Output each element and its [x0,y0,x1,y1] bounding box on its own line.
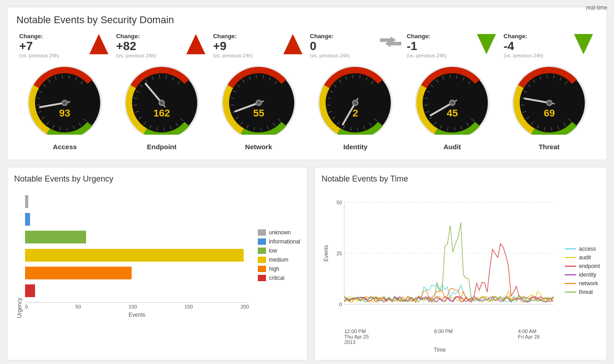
x-axis: 050100150200 [25,302,249,309]
time-x-tick-1: 12:00 PMThu Apr 252013 [344,329,369,345]
svg-text:69: 69 [543,107,554,119]
line-chart-wrap: 50 25 0 Events 12:00 PMThu Apr 252013 8:… [322,191,600,353]
realtime-badge: real-time [586,5,607,11]
svg-text:0: 0 [339,301,342,307]
svg-line-45 [159,75,160,78]
line-legend-item-network: network [565,280,600,287]
gauge-svg-endpoint: 162 [123,62,200,139]
svg-point-79 [257,101,261,105]
change-label-identity: Change: [310,33,376,40]
arrow-icon-threat [572,33,595,56]
line-legend-color-threat [565,292,576,293]
bar-fill-unknown [25,195,28,208]
line-legend-item-threat: threat [565,289,600,295]
change-info-network: Change: +9 (vs. previous 24h) [213,33,304,58]
legend-label-high: high [269,266,279,272]
svg-text:50: 50 [337,200,342,205]
bar-fill-critical [25,284,35,297]
time-x-label: Time [322,347,558,353]
gauge-svg-audit: 45 [414,62,491,139]
svg-marker-0 [89,34,108,55]
svg-point-52 [160,101,164,105]
change-value-network: +9 [213,40,279,53]
legend-color-critical [258,275,266,281]
svg-point-134 [450,101,454,105]
line-legend-label-network: network [579,280,598,287]
change-info-audit: Change: -1 (vs. previous 24h) [407,33,498,58]
change-label-threat: Change: [504,33,570,40]
change-value-identity: 0 [310,40,376,53]
page-title: Notable Events by Security Domain [16,14,598,26]
line-legend-item-access: access [565,246,600,252]
gauge-label-threat: Threat [539,143,560,151]
svg-line-115 [455,127,455,131]
legend-label-informational: informational [269,238,300,245]
svg-line-148 [521,105,525,105]
svg-line-39 [133,105,137,105]
bar-row-critical [25,283,249,298]
bar-row-low [25,230,249,244]
time-panel: Notable Events by Time 50 25 0 Events 12… [314,167,607,360]
line-chart-area: 50 25 0 Events 12:00 PMThu Apr 252013 8:… [322,191,558,353]
bar-fill-high [25,267,132,279]
change-label-access: Change: [19,33,85,40]
svg-line-6 [67,127,67,131]
line-legend-label-audit: audit [579,254,591,261]
top-panel: Notable Events by Security Domain Change… [7,7,607,160]
legend-item-medium: medium [258,257,300,263]
svg-marker-136 [574,34,593,55]
arrow-icon-network [281,33,304,56]
svg-line-142 [551,127,552,131]
change-info-endpoint: Change: +82 (vs. previous 24h) [116,33,207,58]
svg-line-100 [353,75,353,78]
urgency-panel: Notable Events by Urgency Urgency 050100… [7,167,307,360]
bar-fill-informational [25,213,30,226]
bottom-row: Notable Events by Urgency Urgency 050100… [7,167,607,360]
arrow-icon-endpoint [184,33,207,56]
line-legend-item-identity: identity [565,272,600,278]
svg-text:25: 25 [337,250,342,256]
x-tick: 200 [240,304,249,309]
svg-line-33 [164,127,164,131]
svg-text:45: 45 [447,107,458,119]
legend-item-low: low [258,248,300,254]
gauge-label-identity: Identity [343,143,368,151]
svg-text:55: 55 [253,107,264,119]
gauge-item-identity: Change: 0 (vs. previous 24h) 2 Identity [310,33,401,151]
x-tick: 0 [25,304,28,309]
legend-label-critical: critical [269,275,284,281]
bar-row-informational [25,212,249,227]
legend-item-critical: critical [258,275,300,281]
line-legend-color-access [565,248,576,249]
change-vs-audit: (vs. previous 24h) [407,53,473,58]
urgency-y-label: Urgency [14,191,23,318]
change-info-access: Change: +7 (vs. previous 24h) [19,33,110,58]
change-vs-network: (vs. previous 24h) [213,53,279,58]
change-label-endpoint: Change: [116,33,182,40]
line-legend-color-endpoint [565,266,576,267]
line-legend-item-audit: audit [565,254,600,261]
svg-text:162: 162 [154,107,170,119]
time-title: Notable Events by Time [322,174,600,184]
bar-chart-inner: 050100150200 Events [25,191,249,318]
urgency-legend: unknowninformationallowmediumhighcritica… [249,191,300,318]
svg-line-66 [230,105,234,105]
svg-marker-109 [477,34,496,55]
legend-color-high [258,266,266,272]
svg-line-12 [37,105,41,105]
svg-line-127 [450,75,450,78]
change-label-audit: Change: [407,33,473,40]
line-legend-color-identity [565,274,576,275]
bar-row-medium [25,248,249,263]
legend-label-unknown: unknown [269,229,291,236]
arrow-icon-access [87,33,110,56]
svg-line-60 [261,127,261,131]
legend-item-unknown: unknown [258,229,300,236]
change-value-endpoint: +82 [116,40,182,53]
bar-row-unknown [25,194,249,209]
line-legend-item-endpoint: endpoint [565,263,600,269]
svg-point-107 [353,101,357,105]
urgency-x-label: Events [25,312,249,318]
gauge-svg-access: 93 [26,62,103,139]
svg-line-154 [547,75,547,78]
